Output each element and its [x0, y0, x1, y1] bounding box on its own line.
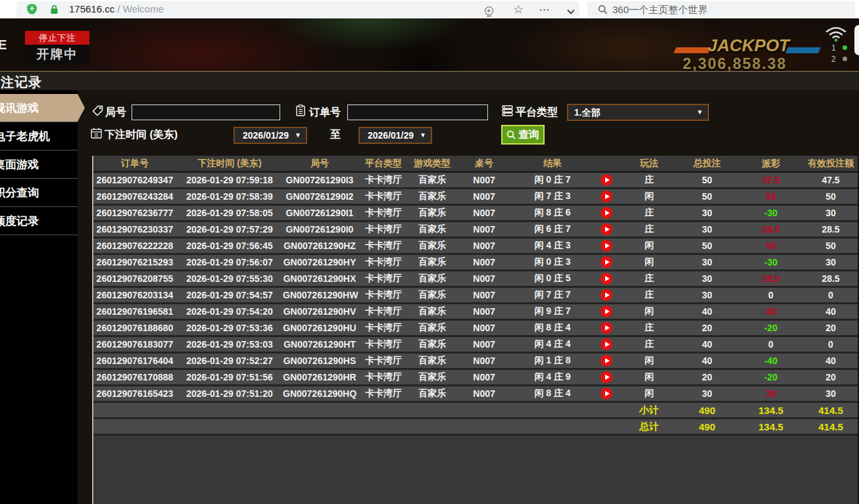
cell-bet: 50: [676, 175, 738, 185]
cell-order: 260129076236777: [93, 208, 176, 218]
cell-table: N007: [454, 257, 514, 267]
cell-playtype: 闲: [622, 240, 676, 252]
order-id-input[interactable]: [347, 104, 488, 120]
more-options-icon[interactable]: ⋯: [539, 4, 551, 16]
play-icon[interactable]: [601, 289, 612, 301]
platform-type-select[interactable]: 1.全部 ▼: [567, 104, 709, 121]
cell-result: 闲 6 庄 7: [514, 223, 591, 235]
cell-play: [591, 240, 622, 252]
game-status: 停止下注 开牌中: [25, 31, 89, 64]
cell-platform: 卡卡湾厅: [356, 338, 410, 350]
cell-table: N007: [454, 290, 514, 300]
play-icon[interactable]: [601, 338, 612, 350]
cell-platform: 卡卡湾厅: [356, 207, 410, 219]
cell-order: 260129076249347: [93, 175, 176, 185]
date-from-select[interactable]: 2026/01/29 ▼: [233, 127, 307, 144]
date-to-select[interactable]: 2026/01/29 ▼: [358, 127, 432, 144]
cell-round: GN007261290HV: [283, 306, 356, 317]
cell-bet: 50: [676, 241, 738, 251]
play-icon[interactable]: [601, 388, 612, 400]
bookmark-star-icon[interactable]: ☆: [512, 4, 524, 16]
cell-platform: 卡卡湾厅: [356, 289, 410, 301]
sidebar-item-3[interactable]: 积分查询: [0, 179, 78, 207]
play-icon[interactable]: [601, 191, 612, 202]
jackpot-stripe-right: [785, 47, 821, 53]
cell-payout: 47.5: [738, 175, 804, 185]
cell-round: GN007261290HW: [283, 290, 356, 300]
header-table: 桌号: [454, 158, 514, 170]
sidebar-item-4[interactable]: 额度记录: [0, 207, 78, 235]
cell-result: 闲 8 庄 4: [514, 388, 591, 400]
lock-icon[interactable]: [50, 5, 59, 14]
main-area: 视讯游戏电子老虎机桌面游戏积分查询额度记录 局号 订单号 平台类型 1.全部 ▼: [0, 90, 859, 504]
cell-time: 2026-01-29 07:51:56: [176, 372, 283, 382]
play-icon[interactable]: [601, 306, 612, 317]
tag-icon: [92, 105, 103, 116]
play-icon[interactable]: [601, 256, 612, 268]
query-button-label: 查询: [518, 128, 539, 142]
cell-result: 闲 8 庄 6: [514, 207, 591, 219]
header-platform: 平台类型: [356, 158, 410, 170]
url-text[interactable]: 175616.cc / Welcome: [69, 3, 164, 14]
cell-table: N007: [454, 175, 514, 185]
cell-payout: 134.5: [738, 405, 804, 416]
cell-payout: 50: [738, 241, 804, 251]
cell-valid: 0: [804, 290, 858, 300]
chevron-down-icon[interactable]: [565, 4, 577, 16]
cell-bet: 30: [676, 273, 738, 284]
dropdown-arrow-icon: ▼: [295, 131, 301, 139]
cell-playtype: 闲: [622, 191, 676, 202]
play-icon[interactable]: [601, 322, 612, 334]
sidebar-item-0[interactable]: 视讯游戏: [0, 94, 78, 122]
translate-icon[interactable]: +: [483, 4, 495, 16]
play-icon[interactable]: [601, 207, 612, 219]
query-button[interactable]: 查询: [501, 125, 545, 145]
cell-valid: 28.5: [804, 224, 858, 235]
cell-payout: -30: [738, 208, 804, 218]
sidebar-item-2[interactable]: 桌面游戏: [0, 150, 78, 179]
line-2-label[interactable]: 2: [831, 55, 836, 64]
cell-order: 260129076170888: [93, 372, 176, 382]
play-icon[interactable]: [601, 174, 612, 186]
cell-game: 百家乐: [410, 289, 454, 301]
platform-type-value: 1.全部: [574, 107, 601, 119]
play-icon[interactable]: [601, 240, 612, 252]
line-1-label[interactable]: 1: [831, 43, 836, 53]
cell-playtype: 庄: [622, 174, 676, 186]
sidebar-item-1[interactable]: 电子老虎机: [0, 122, 78, 150]
cell-result: 闲 4 庄 3: [514, 240, 591, 252]
table-row: 2601290762152932026-01-29 07:56:07GN0072…: [93, 255, 858, 271]
browser-search-box[interactable]: [587, 1, 855, 17]
cell-game: 百家乐: [410, 207, 454, 219]
cell-bet: 30: [676, 257, 738, 267]
cell-order: 260129076230337: [93, 224, 176, 235]
table-row: 2601290762493472026-01-29 07:59:18GN0072…: [93, 173, 858, 189]
cell-result: 闲 7 庄 3: [514, 191, 591, 202]
cell-play: [591, 338, 622, 350]
cell-result: 闲 7 庄 7: [514, 289, 591, 301]
cell-table: N007: [454, 372, 514, 382]
platform-type-label: 平台类型: [516, 106, 558, 120]
shield-plus-icon[interactable]: +: [27, 4, 37, 14]
play-icon[interactable]: [601, 223, 612, 235]
cell-playtype: 闲: [622, 371, 676, 383]
play-icon[interactable]: [601, 273, 612, 285]
calendar-icon: [91, 127, 102, 139]
table-header-row: 订单号下注时间 (美东)局号平台类型游戏类型桌号结果玩法总投注派彩有效投注额: [93, 156, 858, 173]
play-icon[interactable]: [601, 371, 612, 383]
cell-game: 百家乐: [410, 371, 454, 383]
cell-play: [591, 256, 622, 268]
round-id-input[interactable]: [132, 104, 280, 120]
banner-edge-letter: E: [0, 37, 7, 53]
browser-search-input[interactable]: [612, 1, 843, 17]
cell-game: 百家乐: [410, 355, 454, 367]
cell-platform: 卡卡湾厅: [356, 256, 410, 268]
play-icon[interactable]: [601, 355, 612, 367]
cell-table: N007: [454, 241, 514, 251]
table-row: 2601290761764042026-01-29 07:52:27GN0072…: [93, 354, 858, 370]
address-bar[interactable]: + 175616.cc / Welcome + ☆ ⋯: [16, 1, 579, 17]
cell-play: [591, 174, 622, 186]
cell-time: 2026-01-29 07:58:05: [176, 208, 283, 218]
cell-play: [591, 371, 622, 383]
cell-round: GN007261290HS: [283, 355, 356, 366]
